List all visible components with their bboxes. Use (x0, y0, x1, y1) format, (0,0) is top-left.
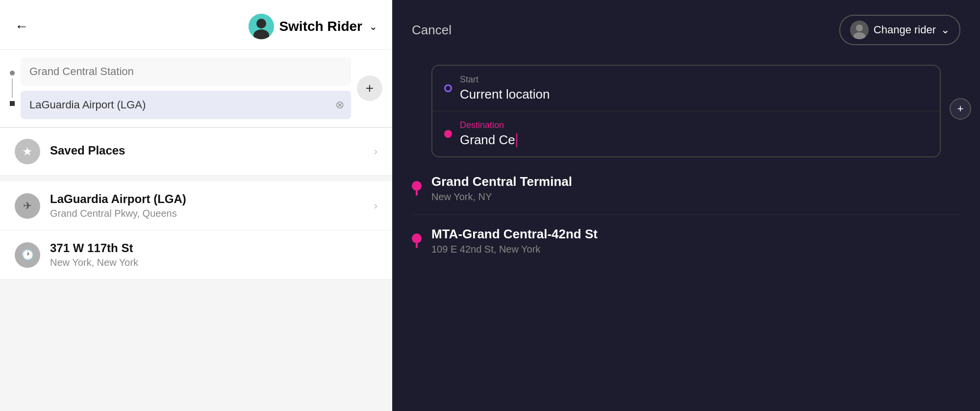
text-cursor (516, 133, 517, 147)
from-dot (10, 71, 15, 76)
right-header: Cancel Change rider ⌄ (392, 0, 980, 55)
suggestion-text: Grand Central Terminal New York, NY (431, 174, 960, 203)
suggestion-title: Grand Central Terminal (431, 174, 960, 189)
list-item[interactable]: ★ Saved Places › (0, 128, 392, 176)
add-stop-button[interactable]: + (357, 76, 382, 101)
suggestion-text: LaGuardia Airport (LGA) Grand Central Pk… (50, 192, 364, 219)
location-inputs: ⊗ + (0, 50, 392, 128)
from-input[interactable] (21, 57, 351, 86)
rider-selector[interactable]: Switch Rider ⌄ (249, 14, 377, 39)
pin-icon (412, 181, 422, 196)
list-item[interactable]: Grand Central Terminal New York, NY (412, 162, 960, 215)
dot-connector (12, 78, 13, 98)
input-fields: ⊗ (21, 57, 351, 119)
right-panel: Cancel Change rider ⌄ Start Current loca… (392, 0, 980, 411)
left-header: ← Switch Rider ⌄ (0, 0, 392, 50)
start-value: Current location (460, 87, 928, 102)
destination-dot-icon (444, 130, 452, 138)
suggestions-section: ★ Saved Places › ✈ LaGuardia Airport (LG… (0, 128, 392, 411)
suggestion-sub: 109 E 42nd St, New York (431, 244, 960, 255)
suggestion-text: Saved Places (50, 144, 364, 159)
pin-tail (416, 243, 418, 248)
change-rider-chevron-icon: ⌄ (941, 24, 950, 36)
suggestion-title: 371 W 117th St (50, 241, 377, 255)
suggestion-title: Saved Places (50, 144, 364, 157)
suggestion-sub: Grand Central Pkwy, Queens (50, 208, 364, 219)
change-rider-avatar (850, 21, 869, 39)
change-rider-button[interactable]: Change rider ⌄ (839, 15, 960, 45)
avatar-art (249, 14, 274, 39)
list-item[interactable]: ✈ LaGuardia Airport (LGA) Grand Central … (0, 181, 392, 231)
destination-row[interactable]: Destination Grand Ce (432, 111, 940, 156)
svg-point-1 (256, 19, 266, 28)
location-dots (10, 69, 15, 108)
clear-button[interactable]: ⊗ (335, 99, 344, 111)
chevron-right-icon: › (374, 200, 377, 212)
airport-icon: ✈ (15, 193, 40, 219)
route-inputs-box: Start Current location Destination Grand… (431, 65, 941, 157)
destination-label: Destination (460, 120, 928, 130)
pin-head (412, 233, 422, 243)
list-item[interactable]: MTA-Grand Central-42nd St 109 E 42nd St,… (412, 215, 960, 267)
rider-chevron-icon: ⌄ (369, 21, 377, 32)
to-input[interactable] (21, 91, 351, 119)
rider-avatar (249, 14, 274, 39)
suggestion-text: 371 W 117th St New York, New York (50, 241, 377, 268)
suggestion-sub: New York, New York (50, 257, 377, 268)
suggestion-title: MTA-Grand Central-42nd St (431, 227, 960, 242)
start-input: Start Current location (460, 75, 928, 102)
list-item[interactable]: 🕐 371 W 117th St New York, New York (0, 231, 392, 280)
route-inputs-container: Start Current location Destination Grand… (412, 60, 960, 157)
pin-tail (416, 191, 418, 196)
pin-head (412, 181, 422, 191)
pin-icon (412, 233, 422, 248)
destination-value: Grand Ce (460, 132, 928, 148)
back-button[interactable]: ← (15, 19, 28, 34)
rider-name: Switch Rider (279, 19, 362, 34)
start-row[interactable]: Start Current location (432, 66, 940, 111)
start-dot-icon (444, 84, 452, 92)
separator (0, 176, 392, 181)
suggestion-title: LaGuardia Airport (LGA) (50, 192, 364, 206)
add-stop-right-button[interactable]: + (950, 98, 971, 120)
to-input-wrapper: ⊗ (21, 91, 351, 119)
saved-places-icon: ★ (15, 139, 40, 164)
history-icon: 🕐 (15, 242, 40, 268)
start-label: Start (460, 75, 928, 85)
cancel-button[interactable]: Cancel (412, 23, 452, 38)
left-panel: ← Switch Rider ⌄ (0, 0, 392, 411)
right-suggestions: Grand Central Terminal New York, NY MTA-… (392, 162, 980, 267)
chevron-right-icon: › (374, 145, 377, 158)
suggestion-text: MTA-Grand Central-42nd St 109 E 42nd St,… (431, 227, 960, 255)
to-dot (10, 101, 15, 106)
change-rider-label: Change rider (874, 24, 936, 36)
destination-input: Destination Grand Ce (460, 120, 928, 148)
svg-point-4 (856, 25, 863, 31)
suggestion-sub: New York, NY (431, 191, 960, 203)
